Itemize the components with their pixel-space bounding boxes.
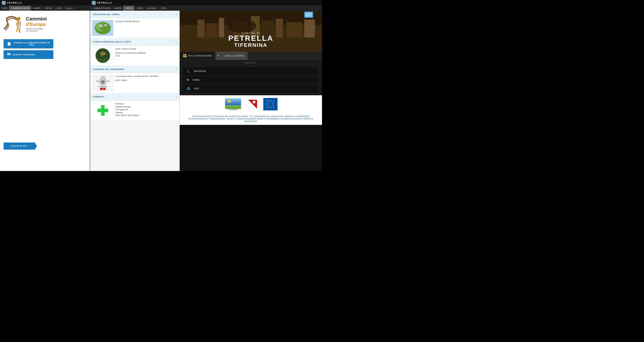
vetr-icon-2: ⠿ bbox=[160, 7, 161, 9]
menu-icon[interactable]: ≡ bbox=[216, 52, 221, 60]
svg-rect-36 bbox=[101, 80, 104, 84]
farmacia-header[interactable]: FARMACIA › bbox=[90, 93, 179, 100]
logo-row: GAL MOLISE ★ ★ ★ ★★ ★★ bbox=[180, 95, 322, 113]
forestale-badge-visual: CORPO FORESTALE DELLO STATO bbox=[92, 48, 113, 63]
contatti-title: CONTATTI bbox=[183, 62, 318, 66]
contatti-section: CONTATTI 📞 0874745144 ✉ E-MAIL 🌐 SITO bbox=[180, 60, 322, 95]
svg-line-11 bbox=[16, 27, 18, 32]
gal-visual bbox=[225, 98, 241, 109]
btn-pdf[interactable]: 📄 SCARICA LA PRESENTAZIONE IN PDF bbox=[4, 39, 53, 49]
grid-cell-3 bbox=[183, 56, 185, 57]
forestale-header[interactable]: CORPO FORESTALE DELLO STATO › bbox=[90, 38, 179, 46]
cammini-icon-1: ✦ bbox=[10, 7, 12, 9]
header-panel-2: PETRELLA bbox=[90, 0, 180, 6]
svg-rect-54 bbox=[305, 13, 312, 17]
nav-video-2[interactable]: ▷VIDEO bbox=[134, 6, 144, 11]
nav-info[interactable]: ☰INFO bbox=[0, 6, 9, 11]
cammini-buttons: 📄 SCARICA LA PRESENTAZIONE IN PDF 🗺 SCOP… bbox=[0, 37, 90, 62]
nav-panel-1: ☰INFO ✦CAMMINI D'EUROPA ↦MAPPE ⌂SERVIZI … bbox=[0, 6, 90, 11]
btn-leggi-storia[interactable]: LEGGI LA STORIA bbox=[221, 52, 248, 60]
city-name-1: PETRELLA bbox=[228, 35, 274, 42]
farmacia-title: FARMACIA bbox=[93, 96, 104, 98]
svg-line-12 bbox=[18, 27, 19, 32]
video-icon-2: ▷ bbox=[136, 7, 137, 9]
nav-panel-3 bbox=[180, 6, 322, 11]
svg-text:112: 112 bbox=[102, 88, 104, 90]
btn-phone[interactable]: 📞 0874745144 bbox=[183, 67, 318, 75]
service-forestale: CORPO FORESTALE DELLO STATO › bbox=[90, 38, 179, 65]
panel-cammini: Cammini d'Europa cammini di santiago vie… bbox=[0, 11, 90, 171]
weather-map-img bbox=[92, 20, 113, 36]
weather-arrow-icon[interactable]: › bbox=[176, 13, 177, 16]
svg-rect-50 bbox=[286, 22, 302, 37]
svg-rect-2 bbox=[3, 3, 4, 4]
carabinieri-header[interactable]: COMANDO DEI CARABINIERI › bbox=[90, 66, 179, 73]
farmacia-arrow-icon[interactable]: › bbox=[176, 95, 177, 98]
svg-point-22 bbox=[101, 25, 103, 27]
scopri-wrapper: SCOPRI DI PIU' bbox=[4, 142, 34, 150]
svg-rect-51 bbox=[304, 20, 315, 37]
arrow-right-icon bbox=[34, 142, 37, 150]
hero-section: COMUNE DI PETRELLA TIFERNINA bbox=[180, 11, 322, 52]
psr-text: PSR MOLISE 2007/2013 "ATTUAZIONE DELL'AP… bbox=[180, 113, 322, 125]
carabinieri-arrow-icon[interactable]: › bbox=[176, 67, 177, 71]
hero-text: COMUNE DI PETRELLA TIFERNINA bbox=[228, 32, 274, 48]
nav-video-1[interactable]: ▷VIDEO bbox=[53, 6, 64, 11]
grid-cell-1 bbox=[183, 54, 185, 56]
btn-scopri[interactable]: SCOPRI DI PIU' bbox=[4, 142, 34, 150]
svg-point-24 bbox=[104, 24, 107, 26]
nav-galleria-2[interactable]: ◎GALLERIA bbox=[144, 6, 158, 11]
nav-vetr-2[interactable]: ⠿VETR... bbox=[158, 6, 169, 11]
btn-nav-box[interactable]: BOX DI NAVIGAZIONE bbox=[180, 52, 216, 60]
cammini-title: Cammini d'Europa cammini di santiago vie… bbox=[26, 16, 47, 32]
servizi-icon-1: ⌂ bbox=[44, 7, 44, 9]
btn-percorsi[interactable]: 🗺 SCOPRI I PERCORSI bbox=[4, 50, 53, 59]
header-title-1: PETRELLA bbox=[7, 2, 22, 4]
gal-sun-icon bbox=[228, 100, 231, 103]
svg-point-31 bbox=[102, 53, 104, 57]
btn-email[interactable]: ✉ E-MAIL bbox=[183, 76, 318, 84]
grid-cell-4 bbox=[185, 56, 186, 57]
carabinieri-description: 1 Contrada Calvario, Petrella Tifernina,… bbox=[116, 75, 158, 91]
logo-eu: ★ ★ ★ ★★ ★★ ★★ ★ ★ ★ bbox=[263, 98, 278, 110]
regione-visual bbox=[247, 99, 258, 110]
nav-cammini-1[interactable]: ✦CAMMINI D'EUROPA bbox=[9, 6, 31, 11]
app-container: PETRELLA PETRELLA ☰INFO bbox=[0, 0, 322, 171]
video-icon-1: ▷ bbox=[55, 7, 56, 9]
cammini-logo bbox=[4, 14, 25, 34]
svg-point-28 bbox=[104, 28, 105, 30]
farmacia-description: Farmacia di Busico Nicolina Via Pioppo 2… bbox=[116, 102, 140, 118]
nav-cammini-2[interactable]: ✦CAMMINI D'EUROPA bbox=[90, 6, 112, 11]
weather-map-visual bbox=[92, 20, 113, 36]
panel-services: PREVISIONI DEL TEMPO › bbox=[90, 11, 180, 171]
cammini-icon-2: ✦ bbox=[92, 7, 93, 9]
forestale-badge-img: CORPO FORESTALE DELLO STATO bbox=[92, 47, 113, 63]
header-panel-3 bbox=[180, 0, 322, 6]
weather-content: Il tempo a Petrella Tifernina bbox=[90, 18, 179, 38]
grid-cell-2 bbox=[185, 54, 186, 56]
cammini-subtitle2: vie francigene bbox=[26, 30, 47, 32]
logo-gal: GAL MOLISE bbox=[224, 98, 242, 110]
service-carabinieri: COMANDO DEI CARABINIERI › bbox=[90, 66, 179, 93]
farmacia-cross-img bbox=[92, 102, 113, 118]
nav-mappe-1[interactable]: ↦MAPPE bbox=[31, 6, 42, 11]
svg-rect-0 bbox=[3, 2, 4, 3]
forestale-arrow-icon[interactable]: › bbox=[176, 40, 177, 44]
nav-galle-1[interactable]: ◎GALLE... bbox=[64, 6, 76, 11]
carabinieri-title: COMANDO DEI CARABINIERI bbox=[93, 68, 124, 70]
farmacia-content: Farmacia di Busico Nicolina Via Pioppo 2… bbox=[90, 100, 179, 120]
nav-mappe-2[interactable]: ↦MAPPE bbox=[112, 6, 123, 11]
eu-stars: ★ ★ ★ ★★ ★★ ★★ ★ ★ ★ bbox=[266, 100, 274, 108]
farmacia-cross-visual bbox=[92, 102, 113, 118]
city-name-2: TIFERNINA bbox=[228, 42, 274, 48]
weather-header[interactable]: PREVISIONI DEL TEMPO › bbox=[90, 11, 179, 18]
svg-line-14 bbox=[20, 21, 21, 33]
btn-sito[interactable]: 🌐 SITO bbox=[183, 85, 318, 92]
nav-servizi-2[interactable]: ⌂SERVIZI bbox=[123, 6, 134, 11]
mappe-icon-1: ↦ bbox=[32, 7, 34, 9]
carabinieri-emblem-visual: CARABInIERI 112 bbox=[92, 75, 113, 91]
mappe-icon-2: ↦ bbox=[114, 7, 115, 9]
svg-text:CORPO FORESTALE: CORPO FORESTALE bbox=[96, 59, 110, 60]
nav-servizi-1[interactable]: ⌂SERVIZI bbox=[42, 6, 53, 11]
svg-rect-49 bbox=[276, 19, 283, 37]
